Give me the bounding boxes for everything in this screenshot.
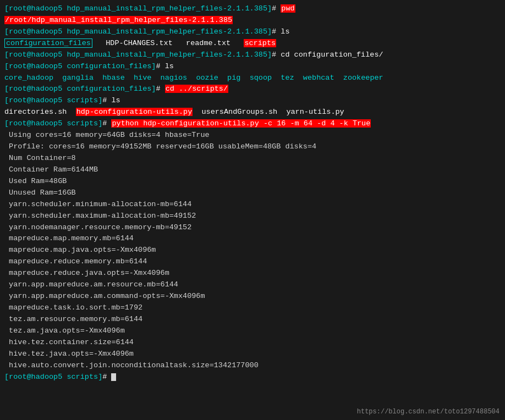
line-4: configuration_files HDP-CHANGES.txt read… xyxy=(4,38,501,49)
output-16: mapreduce.task.io.sort.mb=1792 xyxy=(4,302,501,314)
path-output: /root/hdp_manual_install_rpm_helper_file… xyxy=(4,16,233,24)
line-10: directories.sh hdp-configuration-utils.p… xyxy=(4,107,501,118)
output-2: Profile: cores=16 memory=49152MB reserve… xyxy=(4,141,501,153)
terminal: [root@hadoop5 hdp_manual_install_rpm_hel… xyxy=(0,0,505,420)
cursor xyxy=(111,373,116,381)
cmd-cd-scripts: cd ../scripts/ xyxy=(165,85,228,93)
config-files-dir: configuration_files xyxy=(4,38,92,48)
cmd-pwd: pwd xyxy=(281,4,295,13)
line-3: [root@hadoop5 hdp_manual_install_rpm_hel… xyxy=(4,26,501,38)
output-6: Unused Ram=16GB xyxy=(4,187,501,199)
output-9: yarn.nodemanager.resource.memory-mb=4915… xyxy=(4,222,501,234)
output-13: mapreduce.reduce.java.opts=-Xmx4096m xyxy=(4,268,501,279)
scripts-dir: scripts xyxy=(244,39,276,47)
user-host-1: [root@hadoop5 hdp_manual_install_rpm_hel… xyxy=(4,4,272,13)
output-1: Using cores=16 memory=64GB disks=4 hbase… xyxy=(4,130,501,141)
output-8: yarn.scheduler.maximum-allocation-mb=491… xyxy=(4,211,501,222)
final-prompt: [root@hadoop5 scripts]# xyxy=(4,372,501,383)
line-9: [root@hadoop5 scripts]# ls xyxy=(4,95,501,107)
line-11: [root@hadoop5 scripts]# python hdp-confi… xyxy=(4,118,501,130)
watermark: https://blog.csdn.net/toto1297488504 xyxy=(357,408,499,416)
output-11: mapreduce.map.java.opts=-Xmx4096m xyxy=(4,245,501,256)
output-4: Container Ram=6144MB xyxy=(4,164,501,176)
output-5: Used Ram=48GB xyxy=(4,176,501,187)
output-14: yarn.app.mapreduce.am.resource.mb=6144 xyxy=(4,279,501,291)
line-7: core_hadoop ganglia hbase hive nagios oo… xyxy=(4,73,501,84)
output-19: hive.tez.container.size=6144 xyxy=(4,337,501,349)
output-12: mapreduce.reduce.memory.mb=6144 xyxy=(4,256,501,268)
output-17: tez.am.resource.memory.mb=6144 xyxy=(4,314,501,325)
line-8: [root@hadoop5 configuration_files]# cd .… xyxy=(4,84,501,95)
output-18: tez.am.java.opts=-Xmx4096m xyxy=(4,325,501,337)
line-1: [root@hadoop5 hdp_manual_install_rpm_hel… xyxy=(4,3,501,15)
line-6: [root@hadoop5 configuration_files]# ls xyxy=(4,61,501,73)
output-15: yarn.app.mapreduce.am.command-opts=-Xmx4… xyxy=(4,291,501,302)
output-3: Num Container=8 xyxy=(4,153,501,164)
output-7: yarn.scheduler.minimum-allocation-mb=614… xyxy=(4,199,501,211)
python-cmd: python hdp-configuration-utils.py -c 16 … xyxy=(111,119,371,128)
line-5: [root@hadoop5 hdp_manual_install_rpm_hel… xyxy=(4,49,501,61)
output-20: hive.tez.java.opts=-Xmx4096m xyxy=(4,349,501,360)
hdp-config-utils: hdp-configuration-utils.py xyxy=(76,108,193,116)
output-10: mapreduce.map.memory.mb=6144 xyxy=(4,233,501,245)
output-21: hive.auto.convert.join.noconditionaltask… xyxy=(4,360,501,372)
line-2: /root/hdp_manual_install_rpm_helper_file… xyxy=(4,15,501,26)
